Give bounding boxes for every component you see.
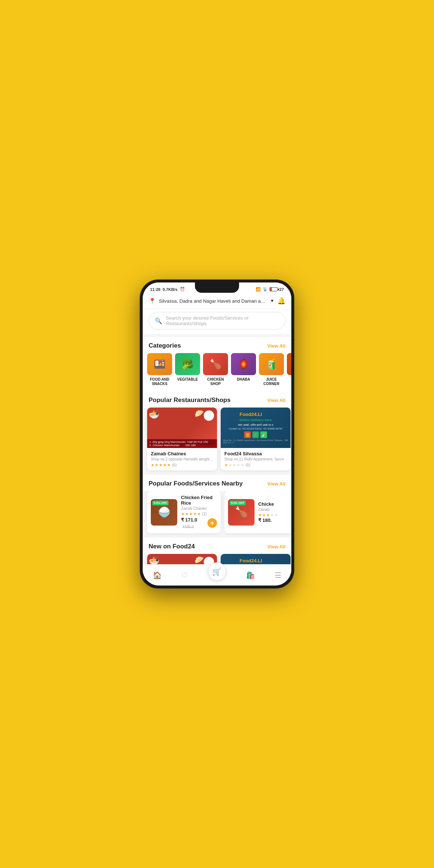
phone-frame: 11:28 0.7KB/s ⏰ 📶 📡 27 📍 Silvassa, Dadra… xyxy=(140,280,294,588)
popular-restaurants-view-all[interactable]: View All xyxy=(267,398,285,403)
categories-scroll[interactable]: 🍱 FOOD ANDSNACKS 🥦 VEGITABLE 🍗 CHICKENSH… xyxy=(143,353,291,391)
search-icon: 🔍 xyxy=(155,317,162,324)
time-display: 11:28 xyxy=(150,287,160,292)
location-pin-icon: 📍 xyxy=(149,298,156,305)
chicken-rice-price: ₹ 171.0 xyxy=(181,517,197,523)
food-icon-sq: 🍔 xyxy=(244,431,251,438)
category-food-snacks-label: FOOD ANDSNACKS xyxy=(150,377,170,386)
nav-orders[interactable]: 🛍️ xyxy=(246,571,255,580)
cart-fab-button[interactable]: 🛒 xyxy=(208,562,226,581)
food24-star-2: ★ xyxy=(228,463,232,467)
new-food24-title: New on Food24 xyxy=(149,543,195,550)
food-card-chicken-fried-rice[interactable]: 🍚 5.0% OFF Chicken Fried Rice Zainab Cha… xyxy=(147,491,221,533)
popular-foods-row[interactable]: 🍚 5.0% OFF Chicken Fried Rice Zainab Cha… xyxy=(143,491,291,538)
chicken-rice-orig-price: ₹180.0 xyxy=(182,525,194,529)
chicken-red-rating: ★ ★ ★ ★ ★ xyxy=(258,513,291,517)
category-chicken-img: 🍗 xyxy=(203,353,228,375)
food24-tagline: पसंद आपकी, सर्विस हमारी आपके घर त xyxy=(238,424,273,427)
menu-icon: ☰ xyxy=(275,571,281,580)
category-vegetable-label: VEGITABLE xyxy=(177,377,198,382)
chicken-rice-discount-badge: 5.0% OFF xyxy=(152,501,168,505)
nav-home[interactable]: 🏠 xyxy=(153,571,162,580)
search-bar-container: 🔍 Search your desired Foods/Services or … xyxy=(143,309,291,334)
zainab-rating: ★ ★ ★ ★ ★ (6) xyxy=(151,463,213,467)
category-dhaba[interactable]: 🏮 DHABA xyxy=(231,353,256,386)
battery-icon xyxy=(270,287,278,291)
chicken-red-emoji: 🍗 xyxy=(235,506,248,518)
nav-menu[interactable]: ☰ xyxy=(275,571,281,580)
category-juice-label: JUICECORNER xyxy=(263,377,279,386)
phone-screen: 11:28 0.7KB/s ⏰ 📶 📡 27 📍 Silvassa, Dadra… xyxy=(143,282,291,586)
chicken-rice-emoji: 🍚 xyxy=(158,506,171,518)
category-dhaba-img: 🏮 xyxy=(231,353,256,375)
chicken-red-img: 🍗 5.0% OFF xyxy=(228,499,255,526)
new-zainab-dumpling-emoji: 🥟 xyxy=(195,555,204,564)
food-card-chicken-red[interactable]: 🍗 5.0% OFF Chicke Zainab ★ ★ ★ ★ ★ xyxy=(224,491,291,533)
vegetable-icon: 🥦 xyxy=(182,359,193,370)
network-speed: 0.7KB/s xyxy=(163,287,177,292)
location-text[interactable]: Silvassa, Dadra and Nagar Haveli and Dam… xyxy=(159,298,267,304)
food24-review-count: (0) xyxy=(246,463,250,467)
star-5-half: ★ xyxy=(167,463,171,467)
food24-restaurant-img: Food24.LIOnline Delivery Serv पसंद आपकी,… xyxy=(221,408,291,448)
star-4: ★ xyxy=(163,463,167,467)
food24-rating: ★ ★ ★ ★ ★ (0) xyxy=(224,463,287,467)
popular-foods-header: Popular Foods/Services Nearby View All xyxy=(143,475,291,491)
cart-icon: 🛒 xyxy=(212,567,221,576)
food24-address: Shop No.: 11, Riddhi Appartment, Secreta… xyxy=(223,439,288,444)
nav-favorites[interactable]: ♡ xyxy=(181,571,188,580)
notification-bell-icon[interactable]: 🔔 xyxy=(277,297,285,305)
chicken-rice-rating: ★ ★ ★ ★ ★ (2) xyxy=(181,512,217,516)
chicken-red-price-row: ₹ 180. xyxy=(258,517,291,523)
food24-info: Food24 Silvassa Shop no.11 Ridhi Appartm… xyxy=(221,448,291,470)
juice-icon: 🧃 xyxy=(266,359,277,370)
restaurant-card-zainab[interactable]: Chinese 1. Dry grey Veg Manchurian Half … xyxy=(147,408,217,470)
heart-nav-icon: ♡ xyxy=(181,571,188,580)
zainab-name: Zainab Chaines xyxy=(151,451,213,456)
food24-contact: Contact us +91 83168 53232 +91 84888 867… xyxy=(229,427,283,430)
bag-icon: 🛍️ xyxy=(246,571,255,580)
zainab-address: Shop no.2 opposite Harisidhi weight scal… xyxy=(151,457,213,461)
food24-star-4: ★ xyxy=(236,463,240,467)
category-chicken-shop[interactable]: 🍗 CHICKENSHOP xyxy=(203,353,228,386)
dropdown-arrow-icon[interactable]: ▼ xyxy=(270,298,274,303)
popular-restaurants-header: Popular Restaurants/Shops View All xyxy=(143,391,291,408)
chicken-rice-shop: Zainab Chaines xyxy=(181,506,217,511)
location-bar[interactable]: 📍 Silvassa, Dadra and Nagar Haveli and D… xyxy=(143,293,291,309)
food-snacks-icon: 🍱 xyxy=(154,359,166,370)
chicken-rice-details: Chicken Fried Rice Zainab Chaines ★ ★ ★ … xyxy=(181,495,217,530)
category-food-snacks[interactable]: 🍱 FOOD ANDSNACKS xyxy=(147,353,172,386)
zainab-favorite-button[interactable]: ♡ xyxy=(204,410,214,421)
category-vegetable[interactable]: 🥦 VEGITABLE xyxy=(175,353,200,386)
food24-star-5: ★ xyxy=(241,463,244,467)
dhaba-icon: 🏮 xyxy=(238,359,249,370)
chicken-rice-add-button[interactable]: + xyxy=(207,518,217,528)
chicken-red-shop: Zainab xyxy=(258,508,291,512)
zainab-restaurant-img: Chinese 1. Dry grey Veg Manchurian Half … xyxy=(147,408,217,448)
restaurant-card-food24[interactable]: Food24.LIOnline Delivery Serv पसंद आपकी,… xyxy=(221,408,291,470)
home-icon: 🏠 xyxy=(153,571,162,580)
category-juice-img: 🧃 xyxy=(259,353,284,375)
wifi-icon: 📡 xyxy=(263,287,268,292)
alarm-icon: ⏰ xyxy=(180,287,185,292)
search-placeholder-text: Search your desired Foods/Services or Re… xyxy=(166,315,279,326)
categories-view-all[interactable]: View All xyxy=(267,343,285,349)
chicken-red-price: ₹ 180. xyxy=(258,517,272,523)
chicken-rice-reviews: (2) xyxy=(202,512,207,516)
category-dhaba-label: DHABA xyxy=(237,377,250,382)
popular-foods-view-all[interactable]: View All xyxy=(267,481,285,487)
popular-restaurants-row[interactable]: Chinese 1. Dry grey Veg Manchurian Half … xyxy=(143,408,291,475)
chicken-red-discount-badge: 5.0% OFF xyxy=(230,501,246,505)
grocery-icon-sq: 🛒 xyxy=(252,431,259,438)
search-input-wrap[interactable]: 🔍 Search your desired Foods/Services or … xyxy=(149,312,285,330)
category-home-made[interactable]: 🍛 HOMEMADE xyxy=(287,353,291,386)
category-juice-corner[interactable]: 🧃 JUICECORNER xyxy=(259,353,284,386)
screen-content[interactable]: 📍 Silvassa, Dadra and Nagar Haveli and D… xyxy=(143,293,291,583)
zainab-review-count: (6) xyxy=(172,463,177,467)
chicken-red-name: Chicke xyxy=(258,501,291,507)
food24-star-1: ★ xyxy=(224,463,228,467)
new-food24-view-all[interactable]: View All xyxy=(267,544,285,549)
veg-icon-sq: 🥬 xyxy=(260,431,267,438)
food24-star-3: ★ xyxy=(232,463,236,467)
star-3: ★ xyxy=(159,463,163,467)
